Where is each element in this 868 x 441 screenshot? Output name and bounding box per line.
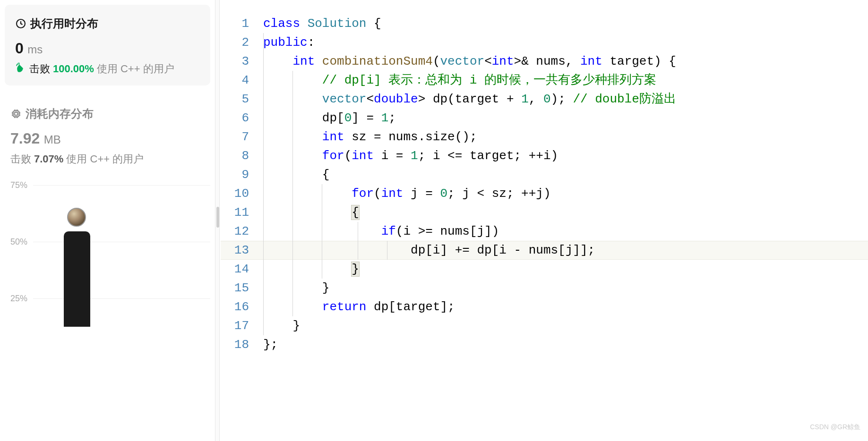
memory-title: 消耗内存分布 [10, 106, 205, 121]
code-content[interactable]: return dp[target]; [263, 297, 455, 316]
code-content[interactable]: { [263, 165, 329, 184]
code-line: 6 dp[0] = 1; [221, 109, 868, 127]
avatar[interactable] [67, 208, 86, 227]
line-number: 14 [221, 260, 263, 279]
memory-beats-rest: 使用 C++ 的用户 [66, 152, 144, 166]
y-tick-50: 50% [10, 237, 27, 247]
line-number: 15 [221, 279, 263, 297]
line-number: 8 [221, 146, 263, 165]
memory-value: 7.92 [10, 130, 40, 147]
code-content[interactable]: for(int i = 1; i <= target; ++i) [263, 146, 558, 165]
line-number: 6 [221, 109, 263, 127]
runtime-panel[interactable]: 执行用时分布 0 ms 击败 100.00% 使用 C++ 的用户 [5, 5, 210, 85]
chip-icon [10, 108, 22, 119]
stats-sidebar: 执行用时分布 0 ms 击败 100.00% 使用 C++ 的用户 消耗内存分 [0, 0, 215, 441]
svg-rect-2 [15, 112, 17, 115]
code-line: 7 int sz = nums.size(); [221, 127, 868, 146]
code-line: 18 }; [221, 335, 868, 354]
beats-label: 击败 [29, 62, 50, 76]
code-content[interactable]: if(i >= nums[j]) [263, 222, 499, 241]
code-line: 12 if(i >= nums[j]) [221, 222, 868, 241]
code-content[interactable]: { [263, 203, 359, 222]
line-number: 18 [221, 335, 263, 354]
code-content[interactable]: dp[i] += dp[i - nums[j]]; [263, 241, 595, 260]
runtime-beats-pct: 100.00% [53, 63, 94, 75]
runtime-unit: ms [27, 43, 43, 56]
runtime-title-text: 执行用时分布 [30, 16, 98, 31]
code-line: 14 } [221, 260, 868, 279]
pane-divider[interactable] [215, 0, 220, 441]
memory-beats: 击败 7.07% 使用 C++ 的用户 [10, 152, 205, 166]
code-line: 3 int combinationSum4(vector<int>& nums,… [221, 52, 868, 71]
code-line: 9 { [221, 165, 868, 184]
code-line: 5 vector<double> dp(target + 1, 0); // d… [221, 90, 868, 109]
code-line: 16 return dp[target]; [221, 297, 868, 316]
code-content[interactable]: int sz = nums.size(); [263, 127, 477, 146]
gridline [33, 298, 210, 299]
line-number: 11 [221, 203, 263, 222]
code-line: 1 class Solution { [221, 14, 868, 33]
clock-icon [15, 18, 26, 29]
line-number: 5 [221, 90, 263, 109]
line-number: 1 [221, 14, 263, 33]
chart-bar[interactable] [64, 231, 90, 327]
memory-panel[interactable]: 消耗内存分布 7.92 MB 击败 7.07% 使用 C++ 的用户 [0, 95, 215, 176]
memory-unit: MB [44, 133, 61, 146]
y-tick-75: 75% [10, 180, 27, 190]
gridline [33, 242, 210, 242]
code-content[interactable]: vector<double> dp(target + 1, 0); // dou… [263, 90, 676, 109]
runtime-beats: 击败 100.00% 使用 C++ 的用户 [15, 62, 200, 76]
code-line: 4 // dp[i] 表示：总和为 i 的时候，一共有多少种排列方案 [221, 71, 868, 90]
runtime-metric: 0 ms [15, 40, 200, 57]
code-content[interactable]: } [263, 260, 359, 279]
line-number: 13 [221, 241, 263, 260]
code-content[interactable]: } [263, 316, 300, 335]
line-number: 2 [221, 33, 263, 52]
line-number: 17 [221, 316, 263, 335]
line-number: 10 [221, 184, 263, 203]
line-number: 7 [221, 127, 263, 146]
line-number: 12 [221, 222, 263, 241]
code-content[interactable]: class Solution { [263, 14, 381, 33]
scroll-handle[interactable] [216, 207, 219, 228]
code-line: 10 for(int j = 0; j < sz; ++j) [221, 184, 868, 203]
y-tick-25: 25% [10, 294, 27, 304]
code-content[interactable]: dp[0] = 1; [263, 109, 396, 127]
watermark: CSDN @GR鲸鱼 [810, 417, 860, 436]
runtime-beats-rest: 使用 C++ 的用户 [97, 62, 174, 76]
line-number: 4 [221, 71, 263, 90]
line-number: 3 [221, 52, 263, 71]
runtime-title: 执行用时分布 [15, 16, 200, 31]
code-line-active: 13 dp[i] += dp[i - nums[j]]; [221, 241, 868, 260]
code-line: 17 } [221, 316, 868, 335]
memory-title-text: 消耗内存分布 [26, 106, 94, 121]
code-content[interactable]: // dp[i] 表示：总和为 i 的时候，一共有多少种排列方案 [263, 71, 656, 90]
code-line: 2 public: [221, 33, 868, 52]
clap-icon [15, 62, 26, 76]
distribution-chart[interactable]: 75% 50% 25% [0, 176, 215, 327]
line-number: 9 [221, 165, 263, 184]
memory-beats-label: 击败 [10, 152, 31, 166]
svg-rect-1 [13, 111, 19, 117]
code-editor[interactable]: 1 class Solution { 2 public: 3 int combi… [221, 0, 868, 441]
memory-metric: 7.92 MB [10, 130, 205, 147]
code-content[interactable]: } [263, 279, 329, 297]
line-number: 16 [221, 297, 263, 316]
code-content[interactable]: int combinationSum4(vector<int>& nums, i… [263, 52, 676, 71]
memory-beats-pct: 7.07% [34, 153, 63, 165]
code-content[interactable]: for(int j = 0; j < sz; ++j) [263, 184, 551, 203]
gridline [33, 185, 210, 186]
code-line: 15 } [221, 279, 868, 297]
code-content[interactable]: public: [263, 33, 315, 52]
code-line: 11 { [221, 203, 868, 222]
code-line: 8 for(int i = 1; i <= target; ++i) [221, 146, 868, 165]
code-content[interactable]: }; [263, 335, 278, 354]
runtime-value: 0 [15, 40, 24, 57]
